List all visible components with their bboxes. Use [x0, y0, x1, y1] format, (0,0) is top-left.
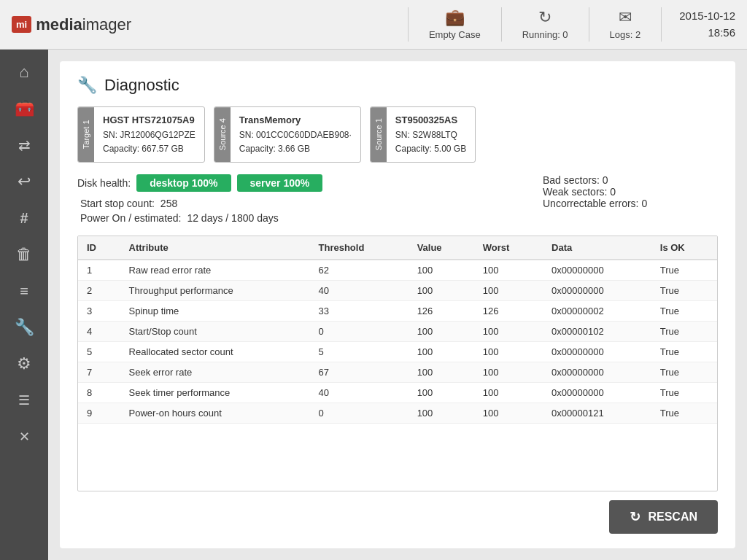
- cell-worst: 100: [474, 383, 543, 403]
- stats-top: Disk health: desktop 100% server 100%: [77, 174, 543, 192]
- rescan-icon: ↻: [630, 509, 640, 525]
- envelope-icon: ✉: [619, 7, 632, 28]
- table-row: 7Seek error rate671001000x00000000True: [78, 362, 717, 383]
- sidebar-item-tools[interactable]: 🧰: [6, 92, 42, 125]
- header-nav: 💼 Empty Case ↻ Running: 0 ✉ Logs: 2: [408, 7, 662, 42]
- col-worst: Worst: [474, 236, 543, 260]
- sidebar-item-settings[interactable]: ⚙: [6, 347, 42, 381]
- cell-threshold: 40: [310, 383, 409, 403]
- sidebar-item-menu[interactable]: ☰: [6, 384, 42, 417]
- cell-id: 2: [78, 281, 120, 301]
- right-stat-0: Bad sectors: 0: [543, 174, 718, 186]
- time: 18:56: [679, 25, 735, 42]
- cell-attribute: Throughput performance: [120, 281, 310, 301]
- drive-sn-2: SN: S2W88LTQ: [395, 128, 466, 142]
- table-body: 1Raw read error rate621001000x00000000Tr…: [78, 260, 717, 424]
- stats-rows: Start stop count: 258 Power On / estimat…: [77, 198, 543, 224]
- top-right: Bad sectors: 0 Weak sectors: 0 Uncorrect…: [543, 174, 718, 209]
- cell-value: 100: [409, 260, 474, 281]
- logo-text: mediaimager: [36, 15, 131, 34]
- cell-attribute: Seek error rate: [120, 362, 310, 383]
- nav-logs-label: Logs: 2: [610, 29, 641, 42]
- toolbox-icon: 🧰: [15, 99, 34, 118]
- cell-value: 126: [409, 301, 474, 322]
- drive-capacity-2: Capacity: 5.00 GB: [395, 142, 466, 156]
- sidebar-item-list[interactable]: ≡: [6, 274, 42, 308]
- drive-cards: Target 1 HGST HTS721075A9 SN: JR12006QG1…: [77, 106, 718, 163]
- sync-icon: ↻: [538, 7, 551, 28]
- sidebar: ⌂ 🧰 ⇄ ↩ # 🗑 ≡ 🔧 ⚙ ☰ ✕: [0, 50, 48, 560]
- top-left: Disk health: desktop 100% server 100% St…: [77, 174, 543, 230]
- diagnostic-icon: 🔧: [77, 76, 97, 95]
- col-threshold: Threshold: [310, 236, 409, 260]
- sidebar-item-delete[interactable]: 🗑: [6, 238, 42, 271]
- gear-icon: ⚙: [17, 354, 31, 373]
- cell-data: 0x00000000: [543, 281, 651, 301]
- table-container: ID Attribute Threshold Value Worst Data …: [77, 236, 718, 491]
- cell-value: 100: [409, 383, 474, 403]
- table-row: 9Power-on hours count01001000x00000121Tr…: [78, 403, 717, 424]
- stat-label-1: Power On / estimated:: [80, 212, 182, 224]
- drive-tab-1: Source 4: [214, 107, 231, 162]
- table-row: 4Start/Stop count01001000x00000102True: [78, 322, 717, 342]
- footer: ↻ RESCAN: [77, 491, 718, 534]
- stat-row-1: Power On / estimated: 12 days / 1800 day…: [77, 212, 543, 224]
- drive-body-2: ST9500325AS SN: S2W88LTQ Capacity: 5.00 …: [387, 107, 475, 162]
- rescan-button[interactable]: ↻ RESCAN: [609, 500, 718, 534]
- cell-id: 7: [78, 362, 120, 383]
- nav-empty-case[interactable]: 💼 Empty Case: [408, 7, 502, 42]
- undo-icon: ↩: [18, 172, 31, 191]
- cell-attribute: Spinup time: [120, 301, 310, 322]
- cell-data: 0x00000102: [543, 322, 651, 342]
- drive-name-0: HGST HTS721075A9: [103, 113, 196, 128]
- right-stat-value-2: 0: [641, 198, 647, 209]
- nav-logs[interactable]: ✉ Logs: 2: [589, 7, 662, 42]
- stat-row-0: Start stop count: 258: [77, 198, 543, 209]
- sidebar-item-home[interactable]: ⌂: [6, 55, 42, 89]
- cell-is_ok: True: [651, 383, 717, 403]
- cell-attribute: Raw read error rate: [120, 260, 310, 281]
- close-icon: ✕: [19, 429, 30, 445]
- cell-threshold: 40: [310, 281, 409, 301]
- right-stat-value-0: 0: [603, 174, 608, 186]
- sidebar-item-undo[interactable]: ↩: [6, 165, 42, 198]
- right-stat-label-0: Bad sectors:: [543, 174, 600, 186]
- sidebar-item-hash[interactable]: #: [6, 201, 42, 235]
- drive-capacity-0: Capacity: 667.57 GB: [103, 142, 196, 156]
- nav-running[interactable]: ↻ Running: 0: [502, 7, 589, 42]
- cell-worst: 100: [474, 342, 543, 362]
- sidebar-item-wrench[interactable]: 🔧: [6, 311, 42, 344]
- date: 2015-10-12: [679, 8, 735, 25]
- cell-attribute: Seek timer performance: [120, 383, 310, 403]
- cell-is_ok: True: [651, 342, 717, 362]
- cell-id: 3: [78, 301, 120, 322]
- drive-card-0: Target 1 HGST HTS721075A9 SN: JR12006QG1…: [77, 106, 205, 163]
- cell-is_ok: True: [651, 322, 717, 342]
- right-stat-label-2: Uncorrectable errors:: [543, 198, 639, 209]
- cell-attribute: Power-on hours count: [120, 403, 310, 424]
- rescan-label: RESCAN: [648, 510, 697, 524]
- col-value: Value: [409, 236, 474, 260]
- cell-value: 100: [409, 362, 474, 383]
- table-row: 1Raw read error rate621001000x00000000Tr…: [78, 260, 717, 281]
- col-id: ID: [78, 236, 120, 260]
- cell-data: 0x00000000: [543, 383, 651, 403]
- cell-data: 0x00000000: [543, 260, 651, 281]
- panel-title: 🔧 Diagnostic: [77, 76, 718, 95]
- stat-value-1: 12 days / 1800 days: [187, 212, 278, 224]
- table-header-row: ID Attribute Threshold Value Worst Data …: [78, 236, 717, 260]
- header: mi mediaimager 💼 Empty Case ↻ Running: 0…: [0, 0, 747, 50]
- cell-value: 100: [409, 322, 474, 342]
- cell-threshold: 62: [310, 260, 409, 281]
- cell-data: 0x00000002: [543, 301, 651, 322]
- sidebar-item-shuffle[interactable]: ⇄: [6, 128, 42, 162]
- cell-id: 4: [78, 322, 120, 342]
- cell-data: 0x00000000: [543, 342, 651, 362]
- cell-attribute: Reallocated sector count: [120, 342, 310, 362]
- cell-data: 0x00000121: [543, 403, 651, 424]
- sidebar-item-close[interactable]: ✕: [6, 420, 42, 454]
- cell-id: 5: [78, 342, 120, 362]
- col-attribute: Attribute: [120, 236, 310, 260]
- server-health-badge: server 100%: [237, 174, 323, 192]
- drive-name-2: ST9500325AS: [395, 113, 466, 128]
